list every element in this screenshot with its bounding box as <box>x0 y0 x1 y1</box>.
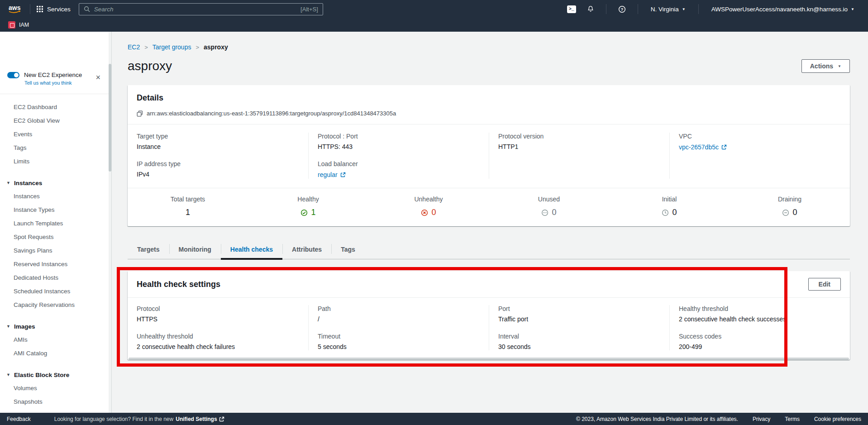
copy-icon[interactable] <box>137 110 143 117</box>
sidebar-item-ec2-global-view[interactable]: EC2 Global View <box>0 114 111 128</box>
breadcrumb-current: asproxy <box>204 43 228 51</box>
target-health-summary: Total targets 1 Healthy 1 Unhealthy <box>128 188 850 226</box>
field-label: Protocol version <box>498 133 660 140</box>
edit-button[interactable]: Edit <box>808 278 841 291</box>
field-label: Load balancer <box>318 160 480 167</box>
new-experience-block: New EC2 Experience Tell us what you thin… <box>0 32 111 94</box>
cookie-preferences-link[interactable]: Cookie preferences <box>814 416 861 422</box>
svg-text:aws: aws <box>9 4 21 11</box>
sidebar-item-ec2-dashboard[interactable]: EC2 Dashboard <box>0 100 111 114</box>
topbar-right-controls: >_ ? N. Virginia ▼ AWSPowerUserAccess/na… <box>562 4 868 14</box>
tab-tags[interactable]: Tags <box>331 240 365 259</box>
sidebar-item-volumes[interactable]: Volumes <box>0 382 111 395</box>
external-link-icon <box>340 172 346 177</box>
sidebar-item-launch-templates[interactable]: Launch Templates <box>0 217 111 230</box>
tab-targets[interactable]: Targets <box>128 240 169 259</box>
tab-health-checks[interactable]: Health checks <box>221 240 282 259</box>
cloudshell-icon[interactable]: >_ <box>562 5 582 13</box>
sidebar-nav: EC2 Dashboard EC2 Global View Events Tag… <box>0 94 111 409</box>
health-check-grid: Protocol HTTPS Unhealthy threshold 2 con… <box>128 298 850 357</box>
search-shortcut-hint: [Alt+S] <box>300 6 318 13</box>
account-menu[interactable]: AWSPowerUserAccess/navaneeth.kn@harness.… <box>705 6 861 13</box>
horizontal-scrollbar[interactable] <box>129 358 849 360</box>
sidebar-item-capacity-reservations[interactable]: Capacity Reservations <box>0 298 111 312</box>
field-label: Success codes <box>679 333 841 340</box>
external-link-icon <box>219 416 224 422</box>
sidebar-section-instances[interactable]: ▼ Instances <box>0 176 111 190</box>
tab-bar: Targets Monitoring Health checks Attribu… <box>128 240 850 259</box>
tab-attributes[interactable]: Attributes <box>282 240 331 259</box>
sidebar-item-reserved-instances[interactable]: Reserved Instances <box>0 258 111 271</box>
hc-interval-value: 30 seconds <box>498 343 660 350</box>
ip-address-type-value: IPv4 <box>137 171 299 178</box>
aws-logo[interactable]: aws <box>7 4 24 14</box>
language-selection-note: Looking for language selection? Find it … <box>54 416 224 422</box>
breadcrumb-target-groups[interactable]: Target groups <box>153 43 191 51</box>
help-icon[interactable]: ? <box>613 5 631 13</box>
field-label: Healthy threshold <box>679 305 841 312</box>
privacy-link[interactable]: Privacy <box>753 416 770 422</box>
copyright-text: © 2023, Amazon Web Services India Privat… <box>576 416 738 422</box>
hc-healthy-threshold-value: 2 consecutive health check successes <box>679 315 841 323</box>
sidebar-item-instances[interactable]: Instances <box>0 190 111 203</box>
sidebar-item-events[interactable]: Events <box>0 128 111 141</box>
sidebar-item-scheduled-instances[interactable]: Scheduled Instances <box>0 285 111 298</box>
sidebar-item-spot-requests[interactable]: Spot Requests <box>0 230 111 244</box>
recently-visited-bar: IAM <box>0 18 868 32</box>
unified-settings-link[interactable]: Unified Settings <box>176 416 224 422</box>
search-icon <box>84 6 90 12</box>
health-check-settings-heading: Health check settings <box>137 280 220 289</box>
notifications-bell-icon[interactable] <box>582 5 600 13</box>
breadcrumb: EC2 > Target groups > asproxy <box>128 43 850 51</box>
services-grid-icon <box>37 6 43 12</box>
field-label: Port <box>498 305 660 312</box>
feedback-link[interactable]: Feedback <box>7 416 31 422</box>
new-ec2-experience-toggle[interactable] <box>7 72 19 78</box>
actions-button[interactable]: Actions ▼ <box>801 59 850 73</box>
target-group-arn: arn:aws:elasticloadbalancing:us-east-1:3… <box>147 110 396 117</box>
details-card: Details arn:aws:elasticloadbalancing:us-… <box>128 85 850 226</box>
page-title: asproxy <box>128 59 172 73</box>
field-label: Target type <box>137 133 299 140</box>
chevron-down-icon: ▼ <box>6 181 10 185</box>
breadcrumb-ec2[interactable]: EC2 <box>128 43 140 51</box>
sidebar-item-limits[interactable]: Limits <box>0 155 111 168</box>
sidebar-item-savings-plans[interactable]: Savings Plans <box>0 244 111 258</box>
hc-port-value: Traffic port <box>498 315 660 323</box>
sidebar-item-amis[interactable]: AMIs <box>0 333 111 347</box>
sidebar-section-images[interactable]: ▼ Images <box>0 320 111 333</box>
topbar-divider <box>30 4 30 14</box>
stat-unhealthy: Unhealthy 0 <box>368 196 489 217</box>
account-label: AWSPowerUserAccess/navaneeth.kn@harness.… <box>711 6 848 13</box>
stat-healthy: Healthy 1 <box>248 196 368 217</box>
svg-text:?: ? <box>620 7 623 12</box>
field-label: VPC <box>679 133 841 140</box>
sidebar-item-instance-types[interactable]: Instance Types <box>0 203 111 217</box>
external-link-icon <box>721 144 727 150</box>
search-bar[interactable]: [Alt+S] <box>79 3 323 15</box>
field-label: Protocol : Port <box>318 133 480 140</box>
region-selector[interactable]: N. Virginia ▼ <box>644 6 692 13</box>
check-circle-icon <box>300 209 308 216</box>
search-input[interactable] <box>94 6 296 13</box>
sidebar-item-snapshots[interactable]: Snapshots <box>0 395 111 409</box>
sidebar-item-dedicated-hosts[interactable]: Dedicated Hosts <box>0 271 111 285</box>
sidebar-item-tags[interactable]: Tags <box>0 141 111 155</box>
hc-timeout-value: 5 seconds <box>318 343 480 350</box>
field-label: IP address type <box>137 160 299 167</box>
sidebar-scrollbar-thumb[interactable] <box>109 64 111 172</box>
tell-us-link[interactable]: Tell us what you think <box>24 80 72 86</box>
breadcrumb-separator: > <box>196 44 199 51</box>
services-label: Services <box>47 6 71 13</box>
sidebar-section-elastic-block-store[interactable]: ▼ Elastic Block Store <box>0 368 111 382</box>
terms-link[interactable]: Terms <box>785 416 800 422</box>
protocol-port-value: HTTPS: 443 <box>318 143 480 150</box>
health-check-settings-card: Health check settings Edit Protocol HTTP… <box>128 271 850 360</box>
services-menu[interactable]: Services <box>37 6 71 13</box>
iam-link[interactable]: IAM <box>19 22 29 28</box>
load-balancer-link[interactable]: regular <box>318 171 346 178</box>
sidebar-item-ami-catalog[interactable]: AMI Catalog <box>0 347 111 360</box>
close-icon[interactable]: × <box>95 73 100 81</box>
vpc-link[interactable]: vpc-2657db5c <box>679 143 727 151</box>
tab-monitoring[interactable]: Monitoring <box>169 240 221 259</box>
